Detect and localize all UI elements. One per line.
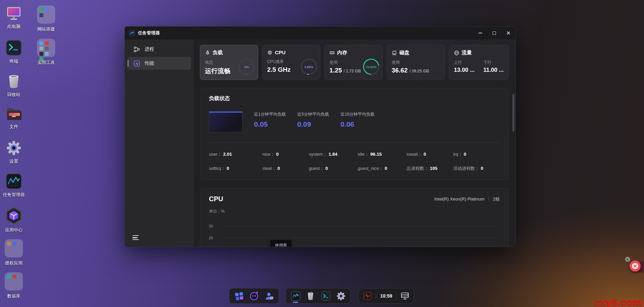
maximize-icon — [493, 31, 496, 35]
cpu-panel: CPU Intel(R) Xeon(R) Platinum 2核 单位：% 30… — [200, 188, 509, 247]
licensed-apps-group-icon — [5, 239, 23, 257]
chart-grid-row: 20 — [209, 238, 500, 247]
desktop-icon-task-manager[interactable]: 任务管理器 — [0, 174, 32, 198]
contacts-button[interactable] — [264, 290, 274, 302]
memory-ring-gauge: 72.62% — [363, 59, 379, 75]
chart-tooltip: 使用率 — [271, 240, 291, 247]
load-stats-grid: user：2.01 nice：0 system：1.84 idle：96.15 … — [209, 151, 500, 173]
card-title: 负载 — [213, 50, 223, 56]
watermark: cxy5.com — [595, 297, 642, 307]
card-memory[interactable]: 内存 使用 1.25 / 1.72 GB 72.62% — [324, 45, 383, 80]
card-disk[interactable]: 磁盘 使用 36.62 / 39.25 GB — [387, 45, 445, 80]
stat-cell: irq：0 — [453, 151, 500, 157]
upload-label: 上行 — [454, 60, 474, 65]
taskbar-recycle-bin-button[interactable] — [306, 290, 316, 302]
sidebar: 进程 性能 — [125, 39, 194, 247]
server-display-icon — [401, 292, 409, 300]
desktop-icon-licensed-apps[interactable]: 授权应用 — [0, 239, 32, 266]
card-traffic[interactable]: 流量 上行 13.00 ... 下行 11.00 ... — [449, 45, 509, 80]
health-pulse-icon — [363, 292, 371, 300]
download-label: 下行 — [484, 60, 504, 65]
card-title: 内存 — [337, 50, 347, 56]
ring-percent: 3.85% — [305, 65, 314, 69]
close-icon — [506, 31, 510, 35]
active-app-indicator — [293, 302, 298, 303]
load-status-panel: 负载状态 近1分钟平均负载 0.05 近5分钟平均负载 0.09 近15分钟平均… — [200, 88, 509, 180]
card-title: 流量 — [462, 50, 472, 56]
start-menu-button[interactable] — [234, 290, 244, 302]
mini-app-icon — [7, 275, 11, 279]
taskbar-terminal-button[interactable] — [321, 290, 331, 302]
stat-cell: iowait：0 — [407, 151, 453, 157]
desktop-icon-label: 回收站 — [7, 92, 21, 98]
sidebar-item-processes[interactable]: 进程 — [128, 43, 191, 56]
desktop-icon-utilities-group[interactable]: 实用工具 — [28, 39, 65, 66]
load-avg-value: 0.05 — [254, 120, 286, 128]
load-avg-15min: 近15分钟平均负载 0.06 — [341, 112, 374, 128]
rocket-icon — [205, 50, 210, 56]
minimize-button[interactable] — [473, 27, 487, 39]
stat-cell: softirq：0 — [209, 165, 262, 172]
card-cpu[interactable]: CPU CPU速率 2.5 GHz 3.85% — [262, 45, 320, 80]
mini-app-icon — [39, 47, 43, 51]
separator — [489, 196, 489, 202]
cpu-chip-icon — [267, 50, 273, 55]
desktop-icon-recycle-bin[interactable]: 回收站 — [0, 73, 32, 98]
mini-app-icon — [39, 8, 43, 12]
mini-app-icon — [39, 52, 43, 56]
card-sublabel: 使用 — [392, 60, 440, 65]
sidebar-item-label: 性能 — [145, 60, 154, 66]
recycle-bin-icon — [6, 73, 21, 89]
card-value: 36.62 — [392, 67, 408, 74]
settings-gear-icon — [336, 291, 346, 301]
close-button[interactable] — [501, 27, 515, 39]
card-load[interactable]: 负载 状态 运行流畅 1% — [200, 45, 258, 80]
globe-icon — [454, 50, 459, 56]
taskbar-task-manager-button[interactable] — [290, 290, 300, 302]
system-monitor-tray-button[interactable] — [363, 290, 372, 302]
taskbar-settings-button[interactable] — [336, 290, 346, 302]
scrollbar-thumb[interactable] — [512, 94, 514, 132]
mini-app-icon — [39, 41, 43, 45]
taskbar-divider — [376, 293, 376, 299]
window-titlebar: 任务管理器 — [125, 27, 515, 39]
desktop-icon-label: 应用中心 — [5, 227, 23, 233]
flower-close-icon — [632, 263, 639, 270]
desktop-icon-app-center[interactable]: 应用中心 — [0, 207, 32, 233]
security-widget-button[interactable] — [630, 260, 641, 272]
sidebar-item-performance[interactable]: 性能 — [128, 57, 191, 70]
card-title: 磁盘 — [399, 50, 409, 56]
card-value-suffix: / 39.25 GB — [409, 69, 429, 73]
assistant-button[interactable] — [249, 290, 259, 302]
chart-grid-row: 30 — [209, 214, 500, 226]
desktop-icon-database[interactable]: 数据库 — [0, 272, 32, 299]
desktop-icon-label: 此电脑 — [7, 24, 21, 30]
card-value: 1.25 — [329, 67, 342, 74]
task-manager-window: 任务管理器 进程 性能 — [124, 26, 516, 247]
desktop-icon-files[interactable]: 文件 — [0, 107, 32, 130]
collapse-menu-icon — [132, 235, 139, 241]
mini-app-icon — [45, 41, 49, 45]
sidebar-item-label: 进程 — [145, 46, 154, 52]
maximize-button[interactable] — [487, 27, 501, 39]
recycle-bin-icon — [307, 291, 315, 301]
desktop-icon-settings[interactable]: 设置 — [0, 140, 32, 164]
load-avg-label: 近5分钟平均负载 — [297, 112, 329, 117]
load-status-title: 负载状态 — [209, 95, 500, 102]
assistant-icon — [249, 291, 259, 301]
display-tray-button[interactable] — [401, 290, 409, 302]
load-avg-1min: 近1分钟平均负载 0.05 — [254, 112, 286, 128]
taskbar-divider — [396, 293, 397, 299]
desktop-icon-website-group[interactable]: 网站搭建 — [28, 5, 65, 32]
desktop-icon-label: 网站搭建 — [37, 26, 55, 32]
sidebar-collapse-button[interactable] — [132, 235, 140, 241]
chevron-left-icon — [627, 258, 629, 261]
widget-collapse-button[interactable] — [625, 257, 630, 262]
taskbar-clock[interactable]: 10:59 — [380, 293, 392, 299]
mini-app-icon — [12, 242, 16, 246]
window-title: 任务管理器 — [138, 30, 160, 36]
upload-value: 13.00 ... — [454, 67, 474, 73]
desktop-icon-label: 实用工具 — [37, 60, 55, 66]
stat-cell: user：2.01 — [209, 151, 262, 157]
ring-percent: 72.62% — [366, 65, 377, 69]
